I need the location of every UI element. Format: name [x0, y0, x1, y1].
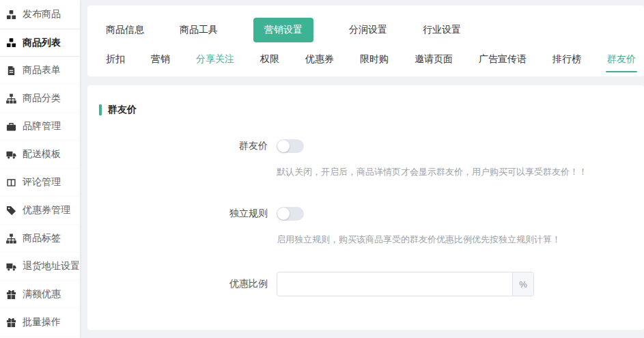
group-price-label: 群友价	[87, 140, 268, 152]
independent-rule-label: 独立规则	[87, 208, 268, 220]
sidebar-item-label: 发布商品	[23, 8, 61, 20]
sidebar-item-label: 批量操作	[23, 316, 61, 328]
gift-icon	[6, 290, 16, 300]
tag-icon	[6, 206, 16, 216]
tab-product-tools[interactable]: 商品工具	[180, 24, 218, 36]
sidebar-item-label: 商品列表	[23, 37, 61, 49]
sidebar-item-label: 商品标签	[23, 232, 61, 244]
gift-icon	[6, 318, 16, 328]
primary-tab-bar: 商品信息 商品工具 营销设置 分润设置 行业设置	[106, 15, 644, 45]
subtab-coupon[interactable]: 优惠券	[305, 53, 334, 72]
group-price-panel: 群友价 群友价 默认关闭，开启后，商品详情页才会显示群友价，用户购买可以享受群友…	[87, 85, 644, 330]
group-price-toggle[interactable]	[277, 139, 304, 153]
subtab-marketing[interactable]: 营销	[151, 53, 170, 72]
subtab-discount[interactable]: 折扣	[106, 53, 125, 72]
sidebar: 发布商品 商品列表 商品表单 商品分类 品牌管理 配送模板 评论管理 优惠券管	[0, 0, 80, 338]
tab-industry-settings[interactable]: 行业设置	[423, 24, 461, 36]
form-row-independent-rule: 独立规则	[87, 207, 644, 221]
subtab-permission[interactable]: 权限	[260, 53, 279, 72]
app-window: 发布商品 商品列表 商品表单 商品分类 品牌管理 配送模板 评论管理 优惠券管	[0, 0, 644, 338]
subtab-ranking[interactable]: 排行榜	[552, 53, 581, 72]
sidebar-item-publish-product[interactable]: 发布商品	[0, 1, 80, 29]
sidebar-item-delivery-template[interactable]: 配送模板	[0, 141, 80, 169]
subtab-group-price[interactable]: 群友价	[607, 53, 636, 72]
discount-ratio-input-group: %	[277, 272, 534, 296]
truck-icon	[6, 150, 16, 160]
sidebar-item-label: 满额优惠	[23, 288, 61, 300]
tab-profit-settings[interactable]: 分润设置	[349, 24, 387, 36]
sidebar-item-coupon-management[interactable]: 优惠券管理	[0, 197, 80, 225]
subtab-share-follow[interactable]: 分享关注	[196, 53, 234, 72]
sidebar-item-full-discount[interactable]: 满额优惠	[0, 281, 80, 309]
sidebar-item-label: 商品分类	[23, 92, 61, 104]
sidebar-item-label: 优惠券管理	[23, 204, 70, 216]
sidebar-item-comment-management[interactable]: 评论管理	[0, 169, 80, 197]
sidebar-item-product-form[interactable]: 商品表单	[0, 57, 80, 85]
section-accent-bar	[99, 104, 102, 115]
form-row-discount-ratio: 优惠比例 %	[87, 272, 644, 296]
sidebar-item-return-address[interactable]: 退货地址设置	[0, 253, 80, 281]
sitemap-icon	[6, 94, 16, 104]
secondary-tab-bar: 折扣 营销 分享关注 权限 优惠券 限时购 邀请页面 广告宣传语 排行榜 群友价	[106, 45, 644, 76]
cubes-icon	[6, 10, 16, 20]
main-area: 商品信息 商品工具 营销设置 分润设置 行业设置 折扣 营销 分享关注 权限 优…	[80, 0, 644, 338]
sitemap-icon	[6, 234, 16, 244]
tabs-card: 商品信息 商品工具 营销设置 分润设置 行业设置 折扣 营销 分享关注 权限 优…	[87, 5, 644, 76]
section-header: 群友价	[87, 104, 644, 116]
percent-suffix: %	[512, 272, 533, 296]
truck-icon	[6, 262, 16, 272]
sidebar-item-product-tags[interactable]: 商品标签	[0, 225, 80, 253]
form-row-group-price: 群友价	[87, 139, 644, 153]
subtab-flash-sale[interactable]: 限时购	[360, 53, 389, 72]
subtab-invite-page[interactable]: 邀请页面	[415, 53, 453, 72]
independent-rule-toggle[interactable]	[277, 207, 304, 221]
section-title-text: 群友价	[108, 104, 137, 116]
subtab-ad-slogan[interactable]: 广告宣传语	[479, 53, 527, 72]
discount-ratio-input[interactable]	[277, 272, 512, 296]
sidebar-item-label: 商品表单	[23, 64, 61, 76]
independent-rule-help-text: 启用独立规则，购买该商品享受的群友价优惠比例优先按独立规则计算！	[277, 234, 644, 246]
sidebar-item-product-category[interactable]: 商品分类	[0, 85, 80, 113]
briefcase-icon	[6, 122, 16, 132]
group-price-form: 群友价 默认关闭，开启后，商品详情页才会显示群友价，用户购买可以享受群友价！！ …	[87, 139, 644, 296]
sidebar-item-label: 退货地址设置	[23, 260, 80, 272]
sidebar-item-label: 评论管理	[23, 176, 61, 188]
sidebar-item-label: 品牌管理	[23, 120, 61, 132]
tab-marketing-settings[interactable]: 营销设置	[253, 18, 313, 42]
file-icon	[6, 66, 16, 76]
columns-icon	[6, 178, 16, 188]
tab-product-info[interactable]: 商品信息	[106, 24, 144, 36]
sidebar-item-batch-operation[interactable]: 批量操作	[0, 309, 80, 337]
cubes-icon	[6, 38, 16, 48]
sidebar-item-label: 配送模板	[23, 148, 61, 160]
sidebar-item-brand-management[interactable]: 品牌管理	[0, 113, 80, 141]
group-price-help-text: 默认关闭，开启后，商品详情页才会显示群友价，用户购买可以享受群友价！！	[277, 166, 644, 178]
sidebar-item-product-list[interactable]: 商品列表	[0, 29, 80, 57]
discount-ratio-label: 优惠比例	[87, 278, 268, 290]
